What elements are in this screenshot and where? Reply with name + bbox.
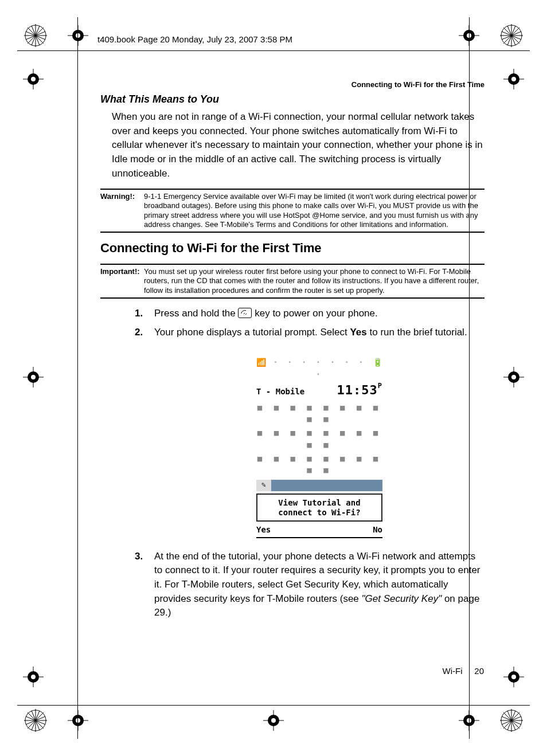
step-1a: Press and hold the bbox=[154, 308, 238, 319]
step-2: Your phone displays a tutorial prompt. S… bbox=[135, 326, 485, 538]
pen-icon: ✎ bbox=[256, 480, 271, 491]
softkey-yes[interactable]: Yes bbox=[256, 524, 271, 535]
step-3: At the end of the tutorial, your phone d… bbox=[135, 550, 485, 620]
heading-connecting: Connecting to Wi-Fi for the First Time bbox=[100, 241, 485, 256]
reg-cross-icon bbox=[23, 667, 44, 687]
crop-mark-tl bbox=[23, 23, 48, 48]
subheading-what-this-means: What This Means to You bbox=[100, 93, 485, 105]
warning-label: Warning!: bbox=[100, 192, 142, 201]
step-2a: Your phone displays a tutorial prompt. S… bbox=[154, 327, 350, 338]
wallpaper-row: ■ ■ ■ ■ ■ ■ ■ ■ ■ ■ bbox=[256, 402, 382, 425]
carrier-label: T - Mobile bbox=[256, 386, 304, 397]
footer-page: 20 bbox=[474, 666, 484, 676]
svg-point-47 bbox=[31, 77, 36, 81]
crop-line bbox=[17, 705, 530, 706]
footer-section: Wi-Fi bbox=[442, 666, 462, 676]
step-2b: to run the brief tutorial. bbox=[370, 327, 467, 338]
svg-point-55 bbox=[31, 375, 36, 379]
svg-point-63 bbox=[31, 675, 36, 679]
crop-line bbox=[17, 50, 530, 51]
tutorial-prompt: View Tutorial and connect to Wi-Fi? bbox=[256, 493, 382, 522]
signal-icon: 📶 bbox=[256, 357, 266, 380]
wallpaper-row: ■ ■ ■ ■ ■ ■ ■ ■ ■ ■ bbox=[256, 427, 382, 451]
step-list: Press and hold the key to power on your … bbox=[135, 307, 485, 620]
wallpaper-row: ■ ■ ■ ■ ■ ■ ■ ■ ■ ■ bbox=[256, 453, 382, 476]
battery-icon: 🔋 bbox=[373, 357, 382, 380]
running-head: Connecting to Wi-Fi for the First Time bbox=[100, 80, 485, 89]
reg-cross-icon bbox=[68, 25, 88, 46]
warning-block: Warning!: 9-1-1 Emergency Service availa… bbox=[100, 189, 485, 233]
warning-text: 9-1-1 Emergency Service available over W… bbox=[144, 192, 485, 229]
softkey-no[interactable]: No bbox=[373, 524, 382, 535]
end-key-icon bbox=[238, 308, 252, 318]
important-label: Important!: bbox=[100, 267, 142, 276]
para-what-this-means: When you are not in range of a Wi-Fi con… bbox=[112, 110, 485, 181]
crop-mark-br bbox=[499, 708, 524, 733]
important-block: Important!: You must set up your wireles… bbox=[100, 264, 485, 299]
svg-point-71 bbox=[76, 718, 80, 723]
reg-cross-icon bbox=[263, 710, 284, 731]
reg-cross-icon bbox=[68, 710, 88, 731]
svg-point-59 bbox=[511, 375, 516, 379]
crop-mark-tr bbox=[499, 23, 524, 48]
crop-mark-bl bbox=[23, 708, 48, 733]
phone-screenshot: 📶 · · · · · · · · 🔋 T - Mobile 11:53P ■ … bbox=[256, 357, 382, 538]
reg-cross-icon bbox=[23, 69, 44, 89]
reg-cross-icon bbox=[503, 367, 524, 387]
reg-cross-icon bbox=[503, 667, 524, 687]
page-footer: Wi-Fi 20 bbox=[442, 666, 484, 676]
svg-point-39 bbox=[76, 33, 80, 38]
step-2-yes: Yes bbox=[350, 327, 366, 338]
frame-header: t409.book Page 20 Monday, July 23, 2007 … bbox=[97, 34, 292, 44]
svg-point-51 bbox=[511, 77, 516, 81]
reg-cross-icon bbox=[23, 367, 44, 387]
svg-point-75 bbox=[271, 718, 276, 723]
important-text: You must set up your wireless router fir… bbox=[144, 267, 485, 295]
crop-line bbox=[77, 17, 78, 739]
svg-point-67 bbox=[511, 675, 516, 679]
status-dots: · · · · · · · · bbox=[266, 357, 373, 380]
step-3-xref: "Get Security Key" bbox=[362, 593, 442, 604]
reg-cross-icon bbox=[503, 69, 524, 89]
step-1: Press and hold the key to power on your … bbox=[135, 307, 485, 321]
clock: 11:53P bbox=[337, 381, 382, 399]
step-1b: key to power on your phone. bbox=[255, 308, 378, 319]
phone-toolbar: ✎ bbox=[256, 480, 382, 491]
